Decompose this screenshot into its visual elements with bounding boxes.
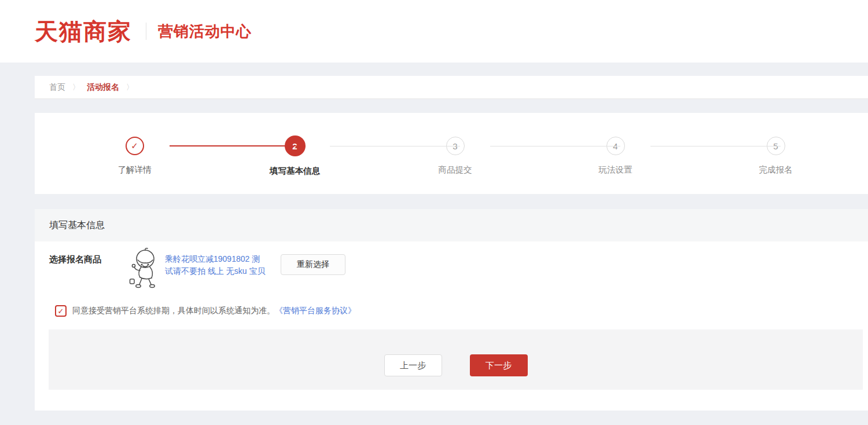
- step-5: 5 完成报名: [696, 137, 856, 177]
- tmall-merchant-logo[interactable]: 天猫商家: [35, 20, 132, 43]
- breadcrumb: 首页 〉 活动报名 〉: [35, 76, 868, 99]
- top-bar: 天猫商家 营销活动中心: [0, 0, 868, 63]
- agreement-checkbox[interactable]: ✓: [55, 305, 67, 317]
- main-content: 首页 〉 活动报名 〉 ✓ 了解详情 2 填写基本信息: [35, 76, 868, 411]
- step-1: ✓ 了解详情: [54, 137, 215, 177]
- product-field-label: 选择报名商品: [49, 254, 128, 265]
- chevron-right-icon: 〉: [126, 82, 134, 93]
- toddler-doodle-image: [128, 247, 162, 290]
- step-connector: [490, 146, 620, 146]
- step-connector: [650, 146, 781, 146]
- basic-info-section: 填写基本信息 选择报名商品: [35, 209, 868, 411]
- section-body: 选择报名商品: [35, 241, 868, 317]
- agreement-link[interactable]: 《营销平台服务协议》: [275, 306, 356, 316]
- step-4-label: 玩法设置: [599, 164, 632, 175]
- previous-step-button[interactable]: 上一步: [384, 354, 442, 376]
- breadcrumb-home-link[interactable]: 首页: [49, 82, 65, 93]
- checkbox-check-icon: ✓: [58, 307, 64, 316]
- next-step-button[interactable]: 下一步: [470, 354, 528, 376]
- step-3-label: 商品提交: [439, 164, 472, 175]
- step-1-label: 了解详情: [118, 164, 152, 175]
- step-2: 2 填写基本信息: [215, 137, 375, 177]
- header-divider: [146, 23, 146, 40]
- app-title: 营销活动中心: [158, 21, 252, 42]
- step-3: 3 商品提交: [375, 137, 535, 177]
- step-connector: [170, 145, 300, 146]
- section-title: 填写基本信息: [35, 209, 868, 241]
- selected-product-link[interactable]: 乘舲花呗立减19091802 测试请不要拍 线上 无sku 宝贝: [165, 253, 267, 277]
- reselect-button[interactable]: 重新选择: [281, 254, 345, 275]
- step-4: 4 玩法设置: [535, 137, 696, 177]
- form-footer: 上一步 下一步: [49, 329, 863, 390]
- steps-card: ✓ 了解详情 2 填写基本信息 3 商品提交 4 玩法设置: [35, 113, 868, 194]
- step-1-circle: ✓: [126, 137, 144, 155]
- step-2-label: 填写基本信息: [270, 166, 320, 177]
- step-connector: [330, 146, 460, 146]
- check-icon: ✓: [131, 141, 138, 151]
- step-5-label: 完成报名: [759, 164, 793, 175]
- product-select-row: 选择报名商品: [49, 241, 868, 290]
- chevron-right-icon: 〉: [72, 82, 80, 93]
- step-indicator: ✓ 了解详情 2 填写基本信息 3 商品提交 4 玩法设置: [54, 113, 868, 177]
- agreement-row: ✓ 同意接受营销平台系统排期，具体时间以系统通知为准。 《营销平台服务协议》: [49, 305, 868, 317]
- agreement-text: 同意接受营销平台系统排期，具体时间以系统通知为准。: [72, 306, 275, 316]
- breadcrumb-current: 活动报名: [87, 82, 119, 93]
